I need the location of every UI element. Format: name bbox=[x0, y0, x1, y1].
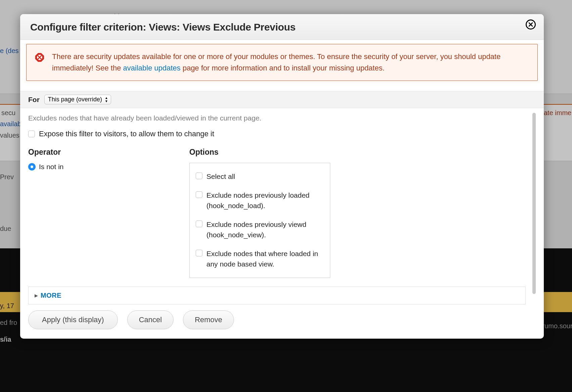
more-fieldset[interactable]: ▶ MORE bbox=[28, 287, 526, 304]
option-label: Exclude nodes that where loaded in any n… bbox=[206, 248, 324, 270]
operator-is-not-in-label: Is not in bbox=[39, 163, 64, 171]
for-label: For bbox=[28, 96, 40, 104]
security-update-alert: There are security updates available for… bbox=[26, 44, 538, 81]
for-scope-bar: For This page (override) ▲▼ bbox=[20, 91, 544, 108]
cancel-button[interactable]: Cancel bbox=[127, 310, 174, 329]
dialog-body: Excludes nodes that have already been lo… bbox=[20, 108, 544, 304]
available-updates-link[interactable]: available updates bbox=[123, 64, 181, 72]
option-exclude-loaded-checkbox[interactable] bbox=[196, 191, 202, 198]
operator-is-not-in-radio[interactable] bbox=[28, 163, 36, 170]
options-column: Options Select all Exclude nodes previou… bbox=[189, 148, 330, 278]
operator-column: Operator Is not in bbox=[28, 148, 183, 278]
close-icon[interactable] bbox=[526, 19, 536, 30]
option-exclude-any-view-checkbox[interactable] bbox=[196, 250, 202, 256]
more-label: MORE bbox=[41, 292, 61, 299]
expose-filter-label: Expose this filter to visitors, to allow… bbox=[39, 130, 214, 138]
option-select-all-checkbox[interactable] bbox=[196, 173, 202, 179]
remove-button[interactable]: Remove bbox=[183, 310, 234, 329]
option-label: Exclude nodes previously viewd (hook_nod… bbox=[206, 219, 324, 240]
scrollbar-thumb[interactable] bbox=[532, 113, 536, 294]
scope-select[interactable]: This page (override) ▲▼ bbox=[44, 95, 111, 104]
scrollbar[interactable] bbox=[532, 111, 536, 301]
scope-select-value: This page (override) bbox=[48, 96, 102, 103]
option-label: Select all bbox=[206, 171, 235, 182]
dialog-title: Configure filter criterion: Views: Views… bbox=[30, 21, 295, 33]
expose-filter-checkbox[interactable] bbox=[28, 131, 35, 137]
configure-filter-dialog: Configure filter criterion: Views: Views… bbox=[20, 14, 544, 339]
alert-message: There are security updates available for… bbox=[52, 51, 529, 74]
expand-triangle-icon: ▶ bbox=[35, 293, 38, 298]
option-exclude-viewed-checkbox[interactable] bbox=[196, 220, 202, 227]
apply-button[interactable]: Apply (this display) bbox=[28, 310, 118, 329]
dropdown-caret-icon: ▲▼ bbox=[105, 96, 108, 103]
filter-description: Excludes nodes that have already been lo… bbox=[28, 114, 526, 122]
operator-heading: Operator bbox=[28, 148, 183, 157]
dialog-header: Configure filter criterion: Views: Views… bbox=[20, 14, 544, 40]
option-label: Exclude nodes previously loaded (hook_no… bbox=[206, 190, 324, 211]
alert-text-after: page for more information and to install… bbox=[181, 64, 385, 72]
dialog-footer: Apply (this display) Cancel Remove bbox=[20, 304, 544, 339]
options-list: Select all Exclude nodes previously load… bbox=[189, 163, 330, 278]
options-heading: Options bbox=[189, 148, 330, 157]
error-icon bbox=[35, 52, 45, 62]
